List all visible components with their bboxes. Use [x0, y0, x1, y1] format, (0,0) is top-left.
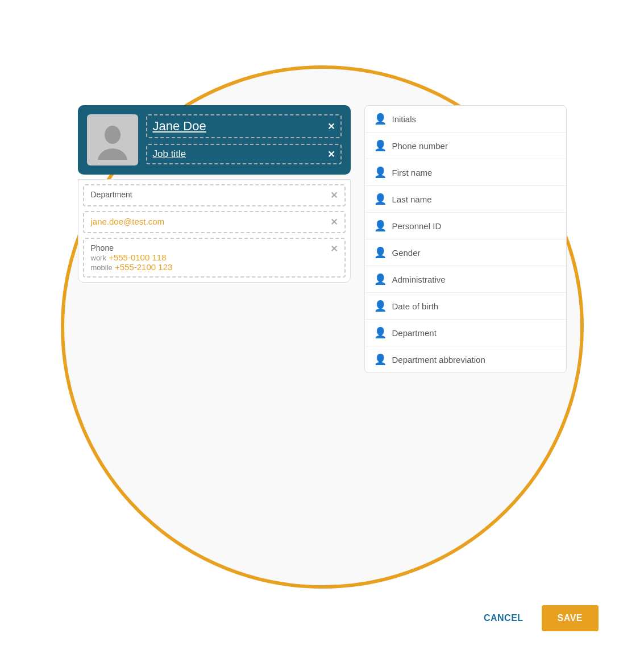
mobile-line: mobile +555-2100 123	[91, 262, 173, 272]
field-item-personnel_id[interactable]: 👤Personnel ID	[365, 213, 566, 239]
work-number: +555-0100 118	[109, 253, 166, 262]
email-field[interactable]: jane.doe@test.com ✕	[83, 211, 346, 233]
field-label-personnel_id: Personnel ID	[392, 221, 442, 231]
department-field[interactable]: Department ✕	[83, 184, 346, 206]
field-label-phone_number: Phone number	[392, 141, 448, 151]
field-label-administrative: Administrative	[392, 275, 446, 284]
field-label-date_of_birth: Date of birth	[392, 301, 439, 311]
field-label-department_abbreviation: Department abbreviation	[392, 355, 485, 365]
page-container: Jane Doe ✕ Job title ✕ Department ✕	[0, 0, 644, 654]
person-icon-initials: 👤	[374, 113, 387, 125]
field-item-date_of_birth[interactable]: 👤Date of birth	[365, 293, 566, 320]
job-title-text: Job title	[153, 148, 186, 160]
action-buttons: CANCEL SAVE	[475, 605, 599, 631]
field-item-gender[interactable]: 👤Gender	[365, 239, 566, 266]
field-label-gender: Gender	[392, 248, 421, 258]
name-text: Jane Doe	[153, 119, 206, 134]
phone-label: Phone	[91, 243, 173, 253]
mobile-label: mobile	[91, 263, 113, 272]
person-icon-first_name: 👤	[374, 166, 387, 179]
person-icon-personnel_id: 👤	[374, 220, 387, 232]
email-close-icon[interactable]: ✕	[330, 217, 338, 227]
department-label: Department	[91, 190, 132, 199]
avatar-silhouette	[93, 120, 132, 160]
phone-lines: work +555-0100 118	[91, 253, 173, 262]
field-label-initials: Initials	[392, 114, 417, 124]
person-icon-department_abbreviation: 👤	[374, 353, 387, 366]
field-label-department: Department	[392, 328, 437, 338]
phone-content: Phone work +555-0100 118 mobile +555-210…	[91, 243, 173, 272]
field-list-panel: 👤Initials👤Phone number👤First name👤Last n…	[364, 105, 567, 373]
person-icon-administrative: 👤	[374, 273, 387, 285]
name-close-icon[interactable]: ✕	[327, 121, 335, 132]
save-button[interactable]: SAVE	[542, 605, 599, 631]
job-title-field[interactable]: Job title ✕	[146, 144, 342, 164]
field-item-department_abbreviation[interactable]: 👤Department abbreviation	[365, 346, 566, 372]
department-close-icon[interactable]: ✕	[330, 190, 338, 201]
card-body: Department ✕ jane.doe@test.com ✕ Phone w…	[78, 179, 351, 283]
field-item-first_name[interactable]: 👤First name	[365, 159, 566, 186]
field-item-phone_number[interactable]: 👤Phone number	[365, 133, 566, 159]
svg-point-1	[98, 148, 127, 160]
svg-point-0	[105, 126, 121, 144]
content-area: Jane Doe ✕ Job title ✕ Department ✕	[78, 105, 567, 549]
person-icon-department: 👤	[374, 326, 387, 339]
phone-close-icon[interactable]: ✕	[330, 243, 338, 254]
person-icon-gender: 👤	[374, 246, 387, 259]
name-field[interactable]: Jane Doe ✕	[146, 114, 342, 138]
card-fields: Jane Doe ✕ Job title ✕	[146, 114, 342, 164]
phone-field[interactable]: Phone work +555-0100 118 mobile +555-210…	[83, 238, 346, 278]
id-card: Jane Doe ✕ Job title ✕	[78, 105, 351, 175]
work-label: work	[91, 254, 106, 262]
field-label-last_name: Last name	[392, 194, 432, 204]
job-title-close-icon[interactable]: ✕	[327, 149, 335, 160]
card-panel: Jane Doe ✕ Job title ✕ Department ✕	[78, 105, 351, 283]
field-item-department[interactable]: 👤Department	[365, 320, 566, 346]
person-icon-date_of_birth: 👤	[374, 300, 387, 312]
field-item-administrative[interactable]: 👤Administrative	[365, 266, 566, 293]
cancel-button[interactable]: CANCEL	[475, 609, 533, 628]
mobile-number: +555-2100 123	[115, 262, 172, 272]
field-item-initials[interactable]: 👤Initials	[365, 106, 566, 133]
avatar	[87, 114, 138, 165]
person-icon-phone_number: 👤	[374, 139, 387, 152]
field-item-last_name[interactable]: 👤Last name	[365, 186, 566, 213]
field-label-first_name: First name	[392, 168, 433, 177]
email-value: jane.doe@test.com	[91, 217, 164, 226]
person-icon-last_name: 👤	[374, 193, 387, 205]
